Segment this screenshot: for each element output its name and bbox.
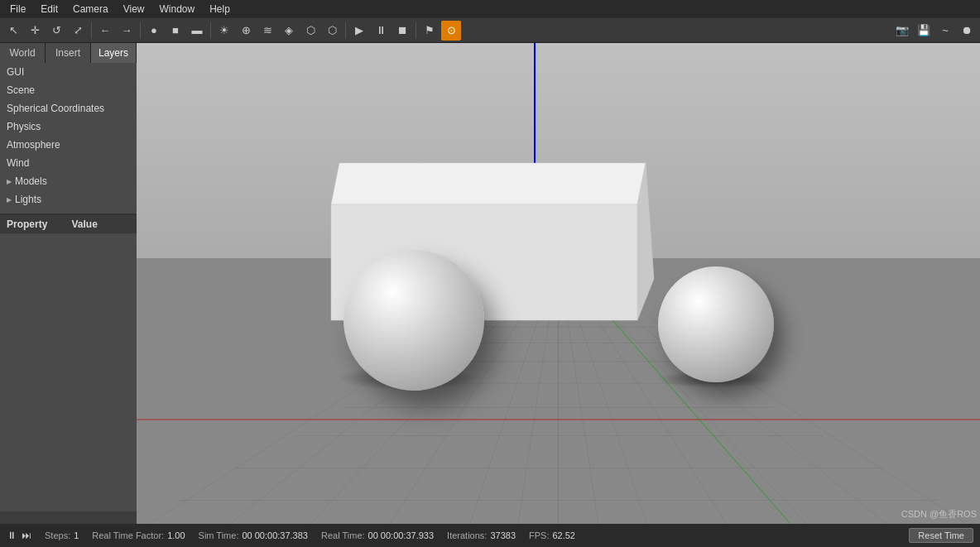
menu-file[interactable]: File xyxy=(3,2,32,17)
play-btn[interactable]: ▶ xyxy=(349,21,369,41)
sphere-right[interactable] xyxy=(658,266,774,382)
scene-objects xyxy=(137,43,980,533)
property-header: Property Value xyxy=(0,215,137,233)
iterations-label: Iterations: xyxy=(447,530,487,540)
fps-label: FPS: xyxy=(529,530,549,540)
fps-value: 62.52 xyxy=(552,530,575,540)
realtime-value: 00 00:00:37.933 xyxy=(368,530,435,540)
world-items-section: GUI Scene Spherical Coordinates Physics … xyxy=(0,63,137,209)
panel-item-wind[interactable]: Wind xyxy=(0,154,137,172)
menu-edit[interactable]: Edit xyxy=(34,2,65,17)
tab-world[interactable]: World xyxy=(0,43,46,63)
menu-help[interactable]: Help xyxy=(203,2,237,17)
property-panel: Property Value xyxy=(0,214,137,511)
panel-item-lights[interactable]: Lights xyxy=(0,190,137,209)
shape-rect-btn[interactable]: ▬ xyxy=(187,21,207,41)
panel-item-gui[interactable]: GUI xyxy=(0,63,137,81)
iterations-value: 37383 xyxy=(490,530,516,540)
scale-tool-btn[interactable]: ⤢ xyxy=(68,21,88,41)
undo-btn[interactable]: ← xyxy=(95,21,115,41)
pause-icon[interactable]: ⏸ xyxy=(7,530,17,541)
shape-square-btn[interactable]: ■ xyxy=(166,21,185,41)
panel-item-physics[interactable]: Physics xyxy=(0,118,137,136)
camera-icon-btn[interactable]: 📷 xyxy=(892,21,912,41)
statusbar: ⏸ ⏭ Steps: 1 Real Time Factor: 1.00 Sim … xyxy=(0,524,980,547)
watermark: CSDN @鱼香ROS xyxy=(901,508,977,521)
panel-item-spherical-coords[interactable]: Spherical Coordinates xyxy=(0,99,137,118)
steps-label: Steps: xyxy=(45,530,70,540)
record-icon-btn[interactable]: ⏺ xyxy=(957,21,977,41)
sun-btn[interactable]: ☀ xyxy=(214,21,234,41)
simtime-item: Sim Time: 00 00:00:37.383 xyxy=(199,530,308,540)
playback-controls: ⏸ ⏭ xyxy=(7,530,31,541)
menu-camera[interactable]: Camera xyxy=(66,2,115,17)
tab-insert[interactable]: Insert xyxy=(46,43,91,63)
tabs-container: World Insert Layers xyxy=(0,43,137,63)
sep5 xyxy=(416,22,416,39)
steps-item: Steps: 1 xyxy=(45,530,79,540)
iterations-item: Iterations: 37383 xyxy=(447,530,516,540)
reset-time-button[interactable]: Reset Time xyxy=(909,528,973,543)
rtf-label: Real Time Factor: xyxy=(92,530,164,540)
toolbar: ↖ ✛ ↺ ⤢ ← → ● ■ ▬ ☀ ⊕ ≋ ◈ ⬡ ⬡ ▶ ⏸ ⏹ ⚑ ⊙ xyxy=(0,18,980,43)
menu-view[interactable]: View xyxy=(117,2,151,17)
right-toolbar: 📷 💾 ~ ⏺ xyxy=(889,18,980,43)
sep4 xyxy=(345,22,346,39)
sep2 xyxy=(140,22,141,39)
pause-btn[interactable]: ⏸ xyxy=(371,21,391,41)
add-btn[interactable]: ⊕ xyxy=(236,21,256,41)
widget-btn[interactable]: ◈ xyxy=(279,21,299,41)
menu-window[interactable]: Window xyxy=(153,2,202,17)
simtime-value: 00 00:00:37.383 xyxy=(242,530,308,540)
grid-btn[interactable]: ≋ xyxy=(257,21,277,41)
sep1 xyxy=(91,22,92,39)
hex2-btn[interactable]: ⬡ xyxy=(322,21,342,41)
menubar: File Edit Camera View Window Help xyxy=(0,0,980,18)
sphere-left[interactable] xyxy=(343,250,484,391)
rotate-tool-btn[interactable]: ↺ xyxy=(46,21,66,41)
realtime-label: Real Time: xyxy=(321,530,365,540)
panel-item-atmosphere[interactable]: Atmosphere xyxy=(0,136,137,154)
property-column-header: Property xyxy=(3,218,69,230)
step-icon[interactable]: ⏭ xyxy=(22,530,31,541)
active-tool-btn[interactable]: ⊙ xyxy=(441,21,461,41)
simtime-label: Sim Time: xyxy=(199,530,239,540)
viewport[interactable] xyxy=(137,43,980,533)
shape-circle-btn[interactable]: ● xyxy=(144,21,164,41)
hex1-btn[interactable]: ⬡ xyxy=(300,21,320,41)
select-tool-btn[interactable]: ↖ xyxy=(3,21,23,41)
flag-btn[interactable]: ⚑ xyxy=(420,21,440,41)
tab-layers[interactable]: Layers xyxy=(91,43,137,63)
rtf-item: Real Time Factor: 1.00 xyxy=(92,530,185,540)
realtime-item: Real Time: 00 00:00:37.933 xyxy=(321,530,434,540)
stop-btn[interactable]: ⏹ xyxy=(392,21,412,41)
rtf-value: 1.00 xyxy=(167,530,185,540)
translate-tool-btn[interactable]: ✛ xyxy=(25,21,45,41)
panel-item-scene[interactable]: Scene xyxy=(0,81,137,99)
svg-marker-25 xyxy=(331,163,646,204)
redo-btn[interactable]: → xyxy=(117,21,137,41)
panel-item-models[interactable]: Models xyxy=(0,172,137,190)
fps-item: FPS: 62.52 xyxy=(529,530,575,540)
steps-value: 1 xyxy=(74,530,79,540)
save-icon-btn[interactable]: 💾 xyxy=(914,21,934,41)
log-icon-btn[interactable]: ~ xyxy=(935,21,955,41)
sep3 xyxy=(210,22,211,39)
value-column-header: Value xyxy=(69,218,134,230)
